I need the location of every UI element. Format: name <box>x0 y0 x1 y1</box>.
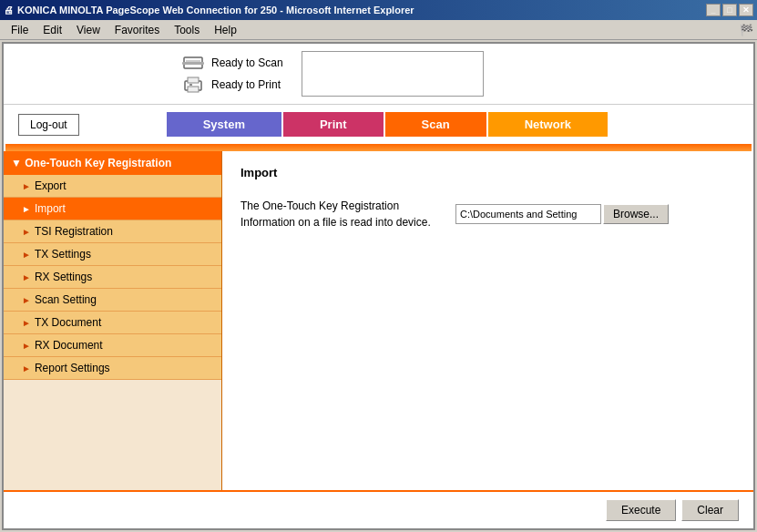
sidebar-item-tx-document[interactable]: ► TX Document <box>4 312 221 334</box>
scan-status-text: Ready to Scan <box>211 56 283 69</box>
rx-settings-arrow-icon: ► <box>22 272 31 282</box>
execute-button[interactable]: Execute <box>606 499 676 521</box>
tab-system[interactable]: System <box>167 112 281 137</box>
browse-button[interactable]: Browse... <box>603 204 669 224</box>
export-arrow-icon: ► <box>22 181 31 191</box>
nav-tabs: System Print Scan Network <box>167 112 608 137</box>
sidebar-tsi-label: TSI Registration <box>35 225 113 238</box>
window-controls: _ □ ✕ <box>706 4 753 16</box>
menu-edit[interactable]: Edit <box>36 22 69 38</box>
sidebar-group-one-touch[interactable]: ▼ One-Touch Key Registration <box>4 151 221 175</box>
main-content: Import The One-Touch Key Registration In… <box>222 151 753 490</box>
bottom-bar: Execute Clear <box>4 490 753 528</box>
rx-doc-arrow-icon: ► <box>22 341 31 351</box>
svg-rect-4 <box>188 77 199 83</box>
sidebar-import-label: Import <box>35 202 66 215</box>
scanner-icon <box>182 54 204 72</box>
sidebar-item-import[interactable]: ► Import <box>4 198 221 220</box>
windows-icon: 🏁 <box>740 24 753 36</box>
tab-network[interactable]: Network <box>488 112 608 137</box>
main-window: Ready to Scan Ready to Print Log-out Sys… <box>2 42 755 530</box>
sidebar-report-label: Report Settings <box>35 362 110 374</box>
toolbar-area: Log-out System Print Scan Network <box>4 105 753 144</box>
svg-rect-1 <box>186 60 200 62</box>
tab-scan[interactable]: Scan <box>385 112 486 137</box>
file-input-area: Browse... <box>455 204 669 224</box>
tsi-arrow-icon: ► <box>22 227 31 237</box>
title-bar: 🖨 KONICA MINOLTA PageScope Web Connectio… <box>0 0 757 20</box>
close-button[interactable]: ✕ <box>739 4 753 16</box>
menu-file[interactable]: File <box>4 22 36 38</box>
sidebar-tx-settings-label: TX Settings <box>35 248 91 261</box>
print-status-item: Ready to Print <box>182 76 283 94</box>
status-section: Ready to Scan Ready to Print <box>182 54 283 94</box>
content-area: ▼ One-Touch Key Registration ► Export ► … <box>4 151 753 490</box>
file-path-input[interactable] <box>455 204 601 224</box>
scan-setting-arrow-icon: ► <box>22 295 31 305</box>
sidebar-tx-doc-label: TX Document <box>35 316 101 329</box>
sidebar-item-tsi-registration[interactable]: ► TSI Registration <box>4 220 221 243</box>
sidebar-item-scan-setting[interactable]: ► Scan Setting <box>4 289 221 312</box>
sidebar-item-report-settings[interactable]: ► Report Settings <box>4 357 221 380</box>
menu-tools[interactable]: Tools <box>167 22 207 38</box>
header-area: Ready to Scan Ready to Print <box>4 44 753 105</box>
minimize-button[interactable]: _ <box>706 4 721 16</box>
group-label: ▼ One-Touch Key Registration <box>11 157 171 169</box>
tx-doc-arrow-icon: ► <box>22 318 31 328</box>
tab-print[interactable]: Print <box>283 112 384 137</box>
sidebar-item-rx-document[interactable]: ► RX Document <box>4 334 221 357</box>
status-display-box <box>302 51 484 97</box>
menu-view[interactable]: View <box>69 22 107 38</box>
svg-rect-6 <box>189 84 192 86</box>
menu-favorites[interactable]: Favorites <box>107 22 167 38</box>
sidebar-scan-setting-label: Scan Setting <box>35 293 97 306</box>
printer-icon <box>182 76 204 94</box>
menu-bar: File Edit View Favorites Tools Help 🏁 <box>0 20 757 40</box>
sidebar-item-tx-settings[interactable]: ► TX Settings <box>4 243 221 266</box>
sidebar-item-rx-settings[interactable]: ► RX Settings <box>4 266 221 289</box>
app-icon: 🖨 <box>4 5 14 15</box>
import-row: The One-Touch Key Registration Informati… <box>240 198 735 230</box>
logout-button[interactable]: Log-out <box>18 114 79 136</box>
svg-rect-5 <box>188 87 199 92</box>
clear-button[interactable]: Clear <box>681 499 739 521</box>
sidebar-rx-doc-label: RX Document <box>35 339 103 352</box>
orange-divider <box>5 144 752 151</box>
sidebar-rx-settings-label: RX Settings <box>35 271 92 283</box>
import-arrow-icon: ► <box>22 204 31 214</box>
sidebar: ▼ One-Touch Key Registration ► Export ► … <box>4 151 222 490</box>
svg-rect-2 <box>182 62 204 65</box>
menu-help[interactable]: Help <box>207 22 244 38</box>
maximize-button[interactable]: □ <box>722 4 737 16</box>
section-title: Import <box>240 166 735 179</box>
sidebar-item-export[interactable]: ► Export <box>4 175 221 198</box>
sidebar-export-label: Export <box>35 179 66 192</box>
report-arrow-icon: ► <box>22 363 31 373</box>
title-text: KONICA MINOLTA PageScope Web Connection … <box>17 5 414 15</box>
import-description: The One-Touch Key Registration Informati… <box>240 198 441 230</box>
tx-settings-arrow-icon: ► <box>22 250 31 260</box>
scan-status-item: Ready to Scan <box>182 54 283 72</box>
print-status-text: Ready to Print <box>211 78 281 91</box>
